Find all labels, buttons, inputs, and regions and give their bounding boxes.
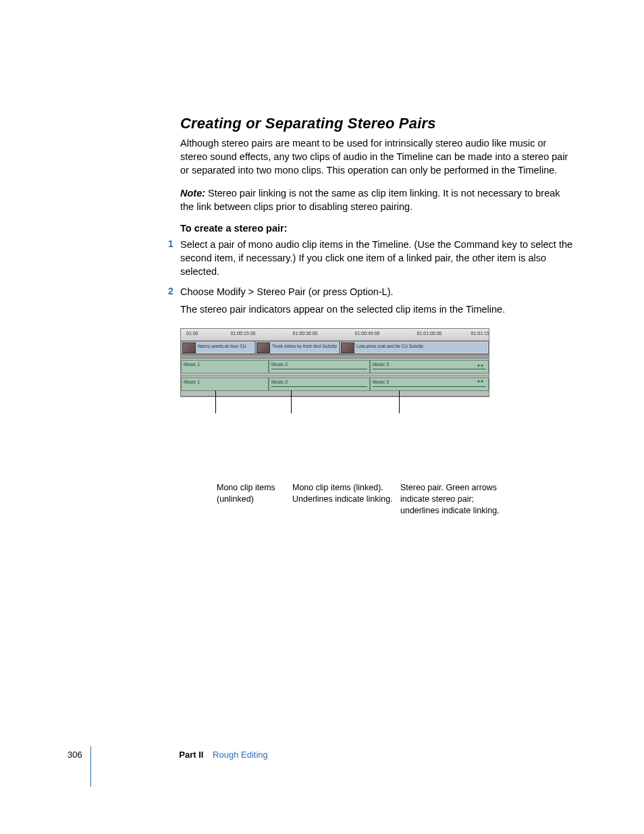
procedure-lead: To create a stereo pair: — [180, 223, 576, 234]
callout-leader — [291, 390, 292, 413]
callout-leader — [215, 390, 216, 413]
audio-track-2: Music 1 Music 2 Music 3 ▴▴ — [181, 376, 489, 396]
video-track: Nancy greets at door CU Truck drives by … — [181, 341, 489, 355]
chapter-label: Rough Editing — [213, 750, 268, 760]
link-underline — [271, 386, 367, 387]
timecode-label: 01:00:15:00 — [231, 331, 256, 336]
audio-clip: Music 2 — [269, 377, 370, 391]
callout-unlinked: Mono clip items (unlinked) — [217, 482, 291, 505]
callout-linked: Mono clip items (linked). Underlines ind… — [292, 482, 394, 505]
procedure-steps: 1 Select a pair of mono audio clip items… — [180, 238, 576, 316]
clip-label: Music 1 — [184, 362, 200, 367]
timecode-label: 01:00:30:00 — [293, 331, 318, 336]
content-area: Creating or Separating Stereo Pairs Alth… — [180, 115, 576, 397]
audio-clip: Music 3 ▴▴ — [370, 377, 489, 391]
timecode-label: 01:01:15:00 — [471, 331, 489, 336]
timecode-label: 01:00:45:00 — [355, 331, 380, 336]
step-text: Select a pair of mono audio clip items i… — [180, 239, 572, 277]
timecode-label: 01:01:00:00 — [417, 331, 442, 336]
audio-clip: Music 1 — [181, 377, 269, 391]
stereo-indicator-icon: ▾▾ — [477, 363, 484, 369]
step-1: 1 Select a pair of mono audio clip items… — [180, 238, 576, 278]
step-number: 1 — [168, 238, 173, 251]
callout-stereo: Stereo pair. Green arrows indicate stere… — [400, 482, 515, 517]
clip-label: Music 3 — [373, 380, 389, 384]
link-underline — [373, 386, 486, 387]
clip-thumbnail — [257, 342, 270, 353]
note-label: Note: — [180, 188, 205, 199]
clip-name: Truck drives by front shot Subclip — [272, 344, 338, 348]
video-clip: Lola gives coat and tie CU Subclip — [340, 341, 489, 354]
page: Creating or Separating Stereo Pairs Alth… — [0, 0, 644, 834]
step-text: Choose Modify > Stereo Pair (or press Op… — [180, 286, 394, 297]
video-clip: Truck drives by front shot Subclip — [255, 341, 340, 354]
page-footer: 306 Part II Rough Editing — [68, 750, 581, 760]
audio-track-1: Music 1 Music 2 Music 3 ▾▾ — [181, 359, 489, 376]
stereo-indicator-icon: ▴▴ — [477, 377, 484, 384]
clip-label: Music 2 — [271, 380, 288, 384]
video-clip: Nancy greets at door CU — [181, 341, 255, 354]
timeline-figure: 01:00 01:00:15:00 01:00:30:00 01:00:45:0… — [180, 328, 489, 397]
audio-clip: Music 3 ▾▾ — [370, 360, 489, 373]
note-text: Stereo pair linking is not the same as c… — [180, 188, 560, 212]
step-2: 2 Choose Modify > Stereo Pair (or press … — [180, 285, 576, 316]
clip-thumbnail — [341, 342, 354, 353]
page-number: 306 — [68, 750, 82, 760]
section-title: Creating or Separating Stereo Pairs — [180, 115, 576, 132]
clip-label: Music 2 — [271, 362, 288, 367]
link-underline — [373, 369, 486, 369]
timeline-ruler: 01:00 01:00:15:00 01:00:30:00 01:00:45:0… — [181, 329, 489, 341]
audio-clip: Music 2 — [269, 360, 370, 373]
callout-leader — [399, 390, 400, 413]
step-number: 2 — [168, 285, 173, 298]
step-result: The stereo pair indicators appear on the… — [180, 303, 576, 316]
timecode-label: 01:00 — [186, 331, 198, 336]
clip-name: Lola gives coat and tie CU Subclip — [356, 344, 487, 348]
audio-clip: Music 1 — [181, 360, 269, 373]
clip-label: Music 3 — [373, 362, 389, 367]
timeline: 01:00 01:00:15:00 01:00:30:00 01:00:45:0… — [180, 328, 489, 397]
link-underline — [271, 369, 367, 369]
part-label: Part II — [179, 750, 203, 760]
clip-label: Music 1 — [184, 380, 200, 384]
intro-paragraph: Although stereo pairs are meant to be us… — [180, 136, 576, 177]
clip-name: Nancy greets at door CU — [198, 344, 253, 348]
note-paragraph: Note: Stereo pair linking is not the sam… — [180, 186, 576, 213]
clip-thumbnail — [182, 342, 196, 353]
